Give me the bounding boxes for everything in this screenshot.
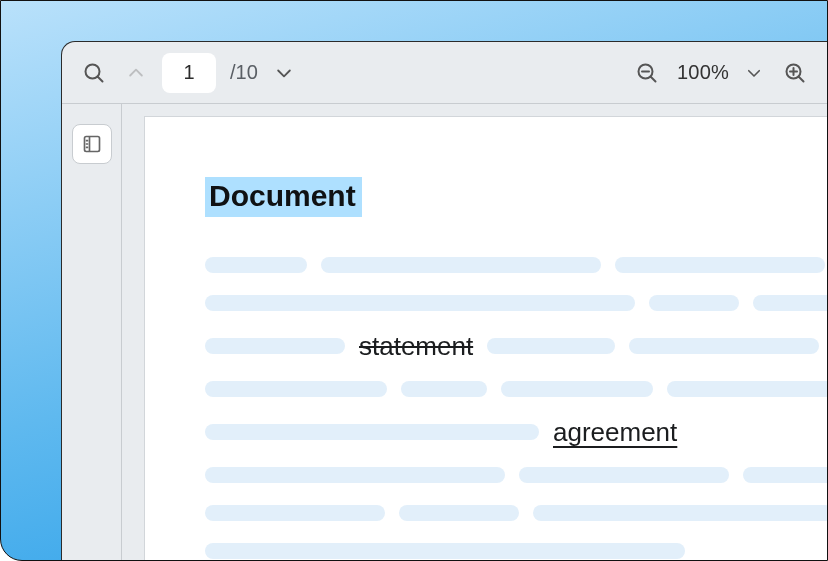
zoom-level-label: 100% — [677, 61, 729, 84]
zoom-controls: 100% — [631, 57, 811, 89]
svg-line-6 — [799, 76, 804, 81]
underline-annotation[interactable]: agreement — [553, 419, 677, 445]
total-pages: 10 — [236, 61, 258, 83]
document-page: Document — [144, 116, 827, 560]
strikethrough-annotation[interactable]: statement — [359, 333, 473, 359]
page-total-label: /10 — [230, 61, 258, 84]
next-page-button[interactable] — [268, 57, 300, 89]
page-number-input[interactable] — [162, 53, 216, 93]
thumbnails-toggle-button[interactable] — [72, 124, 112, 164]
sidebar — [62, 104, 122, 560]
document-area[interactable]: Document — [122, 104, 827, 560]
prev-page-button[interactable] — [120, 57, 152, 89]
zoom-in-button[interactable] — [779, 57, 811, 89]
document-body: statement agreement — [205, 257, 827, 559]
search-button[interactable] — [78, 57, 110, 89]
document-title[interactable]: Document — [205, 177, 362, 217]
toolbar: /10 100% — [62, 42, 827, 104]
svg-line-1 — [98, 76, 103, 81]
pdf-viewer-window: /10 100% — [61, 41, 827, 560]
svg-line-3 — [651, 76, 656, 81]
zoom-out-button[interactable] — [631, 57, 663, 89]
zoom-dropdown-button[interactable] — [743, 57, 765, 89]
